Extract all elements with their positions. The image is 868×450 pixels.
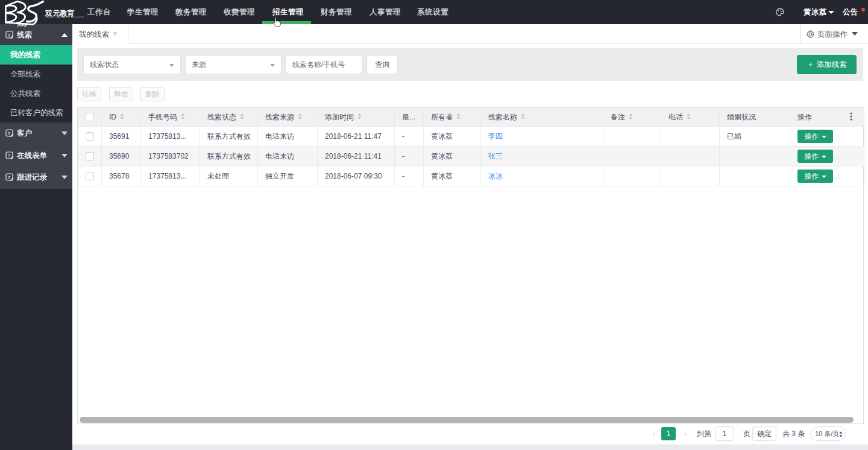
svg-text:Step: Step xyxy=(16,20,28,28)
svg-text:?: ? xyxy=(8,153,11,158)
svg-text:?: ? xyxy=(8,131,11,136)
svg-text:?: ? xyxy=(8,175,11,180)
svg-text:?: ? xyxy=(8,32,11,37)
